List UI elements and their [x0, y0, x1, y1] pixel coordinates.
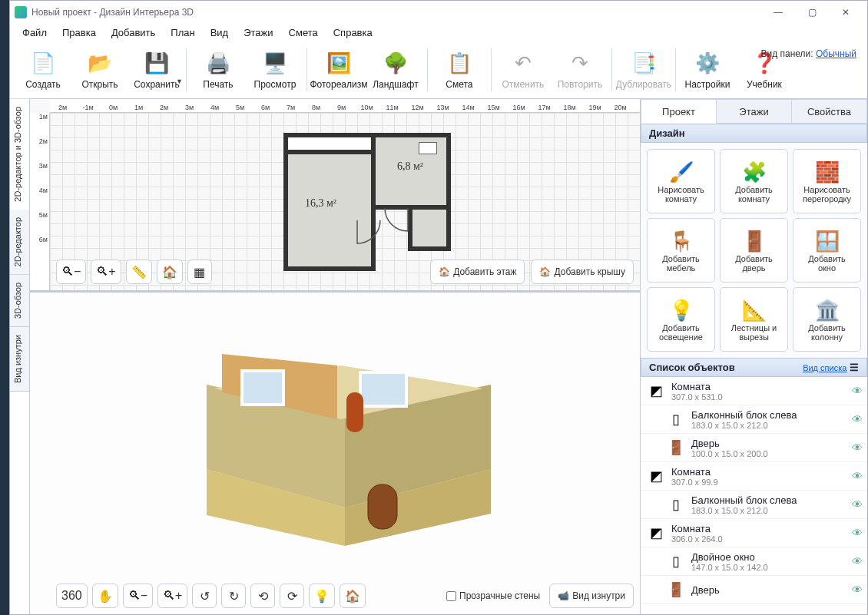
add-column-card[interactable]: 🏛️Добавитьколонну: [793, 287, 861, 352]
rotate-left-icon[interactable]: ↺: [192, 584, 217, 608]
preview-icon: 🖥️: [261, 50, 289, 78]
draw-room-icon: 🖌️: [669, 159, 694, 185]
light-icon[interactable]: 💡: [309, 584, 335, 608]
open-icon: 📂: [86, 50, 114, 78]
view-3d[interactable]: 360 ✋ 🔍︎− 🔍︎+ ↺ ↻ ⟲ ⟳ 💡 🏠 Прозрачные сте…: [30, 293, 640, 614]
rotate-right-icon[interactable]: ↻: [221, 584, 246, 608]
draw-room-card[interactable]: 🖌️Нарисоватькомнату: [647, 149, 715, 213]
add-room-card[interactable]: 🧩Добавитькомнату: [720, 149, 788, 213]
list-item[interactable]: ▯Двойное окно147.0 x 15.0 x 142.0👁: [641, 547, 867, 576]
visibility-icon[interactable]: 👁: [852, 498, 863, 511]
stairs-card[interactable]: 📐Лестницы ивырезы: [720, 287, 788, 352]
room-corridor[interactable]: [408, 205, 451, 251]
add-furn-card[interactable]: 🪑Добавитьмебель: [647, 218, 715, 283]
add-window-card[interactable]: 🪟Добавитьокно: [793, 218, 861, 283]
lefttab-0[interactable]: 2D-редактор и 3D-обзор: [10, 99, 29, 210]
add-roof-button[interactable]: 🏠Добавить крышу: [531, 260, 634, 284]
object-icon: ◩: [645, 380, 667, 402]
open-button[interactable]: 📂Открыть: [71, 48, 128, 91]
add-light-icon: 💡: [669, 297, 694, 323]
add-light-card[interactable]: 💡Добавитьосвещение: [647, 287, 715, 352]
rotate-360-icon[interactable]: 360: [56, 584, 88, 608]
orbit-right-icon[interactable]: ⟳: [280, 584, 304, 608]
toolbar-separator: [427, 48, 428, 91]
settings-button[interactable]: ⚙️Настройки: [679, 48, 736, 91]
list-menu-icon[interactable]: ☰: [850, 362, 859, 373]
minimize-button[interactable]: —: [761, 2, 795, 23]
add-floor-button[interactable]: 🏠Добавить этаж: [430, 260, 525, 284]
visibility-icon[interactable]: 👁: [852, 555, 863, 567]
maximize-button[interactable]: ▢: [795, 2, 829, 23]
zoom-out-3d-button[interactable]: 🔍︎−: [123, 584, 153, 608]
lefttab-3[interactable]: Вид изнутри: [10, 327, 29, 392]
grid-icon[interactable]: ▦: [187, 260, 212, 284]
home-3d-icon[interactable]: 🏠: [340, 584, 366, 608]
draw-wall-card[interactable]: 🧱Нарисоватьперегородку: [793, 149, 861, 213]
panel-mode-label: Вид панели: Обычный: [760, 48, 856, 59]
transparent-walls-checkbox[interactable]: Прозрачные стены: [446, 590, 540, 601]
lefttab-2[interactable]: 3D-обзор: [10, 275, 29, 327]
zoom-in-button[interactable]: 🔍︎+: [91, 260, 121, 284]
list-view-link[interactable]: Вид списка: [803, 363, 846, 372]
menu-Вид[interactable]: Вид: [204, 25, 235, 40]
menu-Добавить[interactable]: Добавить: [105, 25, 161, 40]
floorplan[interactable]: 16,3 м² 6,8 м²: [283, 133, 468, 271]
visibility-icon[interactable]: 👁: [852, 584, 863, 596]
door-arc-2: [383, 207, 411, 234]
dropdown-caret-icon[interactable]: ▼: [176, 78, 183, 85]
inside-view-button[interactable]: 📹 Вид изнутри: [549, 584, 634, 608]
app-icon: [15, 6, 27, 18]
add-door-card[interactable]: 🚪Добавитьдверь: [720, 218, 788, 283]
ruler-vertical: 1м2м3м4м5м6м: [30, 113, 50, 290]
visibility-icon[interactable]: 👁: [852, 385, 863, 397]
rtab-Проект[interactable]: Проект: [641, 99, 717, 124]
visibility-icon[interactable]: 👁: [852, 441, 863, 454]
visibility-icon[interactable]: 👁: [852, 527, 863, 539]
app-window: Новый проект - Дизайн Интерьера 3D — ▢ ✕…: [9, 0, 868, 615]
list-item[interactable]: ◩Комната307.0 x 99.9👁: [641, 462, 867, 491]
rtab-Этажи[interactable]: Этажи: [717, 99, 792, 124]
plan-2d-view[interactable]: 2м-1м0м1м2м3м4м5м6м7м8м9м10м11м12м13м14м…: [30, 99, 640, 293]
room-balcony[interactable]: [283, 133, 376, 154]
orbit-left-icon[interactable]: ⟲: [250, 584, 275, 608]
panel-mode-link[interactable]: Обычный: [816, 48, 856, 59]
landscape-button[interactable]: 🌳Ландшафт: [367, 48, 424, 91]
settings-icon: ⚙️: [694, 50, 721, 78]
create-button[interactable]: 📄Создать: [15, 48, 71, 91]
room-big[interactable]: [283, 150, 376, 271]
menu-Смета[interactable]: Смета: [283, 25, 324, 40]
measure-icon[interactable]: 📏: [126, 260, 152, 284]
estimate-icon: 📋: [446, 50, 473, 78]
list-item[interactable]: ◩Комната307.0 x 531.0👁: [641, 377, 867, 405]
print-icon: 🖨️: [204, 50, 232, 78]
home-icon[interactable]: 🏠: [157, 260, 183, 284]
duplicate-button: 📑Дублировать: [615, 48, 672, 91]
menu-План[interactable]: План: [164, 25, 200, 40]
design-header: Дизайн: [641, 124, 867, 143]
estimate-button[interactable]: 📋Смета: [431, 48, 488, 91]
list-item[interactable]: ◩Комната306.0 x 264.0👁: [641, 519, 867, 547]
menubar: ФайлПравкаДобавитьПланВидЭтажиСметаСправ…: [10, 24, 867, 41]
menu-Справка[interactable]: Справка: [327, 25, 379, 40]
list-item[interactable]: 🚪Дверь100.0 x 15.0 x 200.0👁: [641, 434, 867, 462]
visibility-icon[interactable]: 👁: [852, 470, 863, 482]
visibility-icon[interactable]: 👁: [852, 413, 863, 425]
photoreal-button[interactable]: 🖼️Фотореализм: [310, 48, 367, 91]
zoom-out-button[interactable]: 🔍︎−: [56, 260, 86, 284]
menu-Правка[interactable]: Правка: [56, 25, 102, 40]
print-button[interactable]: 🖨️Печать: [190, 48, 247, 91]
design-grid: 🖌️Нарисоватькомнату🧩Добавитькомнату🧱Нари…: [641, 143, 867, 358]
zoom-in-3d-button[interactable]: 🔍︎+: [157, 584, 187, 608]
list-item[interactable]: ▯Балконный блок слева183.0 x 15.0 x 212.…: [641, 405, 867, 434]
list-item[interactable]: 🚪Дверь👁: [641, 576, 867, 604]
objects-list[interactable]: ◩Комната307.0 x 531.0👁▯Балконный блок сл…: [641, 377, 867, 614]
rtab-Свойства[interactable]: Свойства: [792, 99, 867, 124]
menu-Файл[interactable]: Файл: [16, 25, 53, 40]
pan-icon[interactable]: ✋: [92, 584, 118, 608]
close-button[interactable]: ✕: [829, 2, 863, 23]
list-item[interactable]: ▯Балконный блок слева183.0 x 15.0 x 212.…: [641, 491, 867, 519]
menu-Этажи[interactable]: Этажи: [237, 25, 279, 40]
undo-button: ↶Отменить: [495, 48, 552, 91]
lefttab-1[interactable]: 2D-редактор: [10, 210, 29, 275]
preview-button[interactable]: 🖥️Просмотр: [247, 48, 303, 91]
